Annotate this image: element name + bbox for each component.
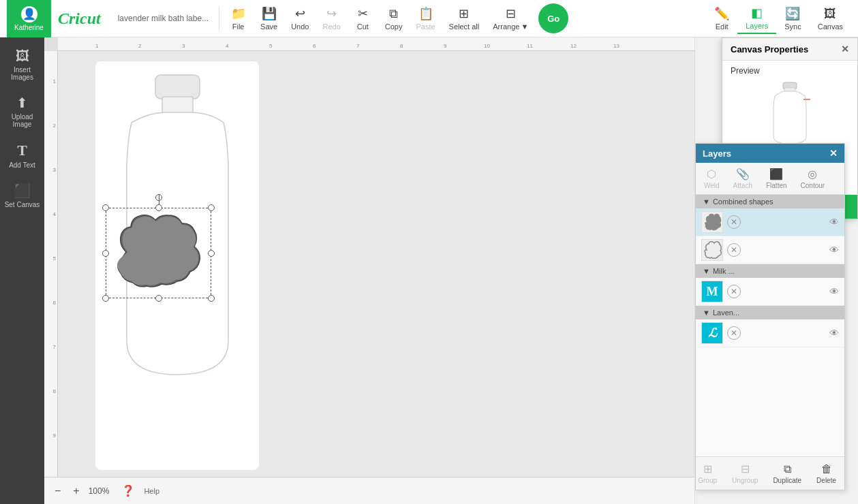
rotation-line xyxy=(159,194,159,204)
handle-br[interactable] xyxy=(208,295,215,302)
layer-item-1[interactable]: ✕ 👁 xyxy=(696,208,844,236)
set-canvas-icon: ⬛ xyxy=(14,183,31,199)
flatten-label: Flatten xyxy=(766,182,787,189)
layer-item-3[interactable]: M ✕ 👁 xyxy=(696,278,844,306)
handle-bm[interactable] xyxy=(155,295,162,302)
attach-button[interactable]: 📎 Attach xyxy=(729,166,756,191)
delete-icon: 🗑 xyxy=(821,463,832,475)
layers-button[interactable]: ◧ Layers xyxy=(737,3,776,34)
combined-shapes-label: Combined shapes xyxy=(713,198,773,206)
layer-item-4[interactable]: ℒ ✕ 👁 xyxy=(696,319,844,347)
laven-group-label: Laven... xyxy=(713,309,739,317)
canvas-properties-close-button[interactable]: ✕ xyxy=(841,44,849,54)
arrange-button[interactable]: ⊟ Arrange ▼ xyxy=(486,3,535,33)
milk-group-label: Milk ... xyxy=(713,267,735,275)
delete-button[interactable]: 🗑 Delete xyxy=(812,462,840,486)
layer-thumb-1 xyxy=(701,211,723,233)
zoom-in-button[interactable]: + xyxy=(70,484,82,499)
help-icon: ❓ xyxy=(121,485,135,497)
combined-shapes-group-header[interactable]: ▼ Combined shapes xyxy=(696,195,844,208)
handle-bl[interactable] xyxy=(102,295,109,302)
ruler-left: 1 2 3 4 5 6 7 8 9 xyxy=(44,51,58,504)
layer-thumb-cloud-outline xyxy=(703,240,722,259)
user-button[interactable]: 👤 Katherine xyxy=(7,0,51,37)
handle-tr[interactable] xyxy=(208,204,215,211)
select-all-button[interactable]: ⊞ Select all xyxy=(442,3,487,33)
zoom-out-button[interactable]: − xyxy=(51,484,64,499)
cut-button[interactable]: ✂ Cut xyxy=(348,3,378,33)
save-button[interactable]: 💾 Save xyxy=(254,3,284,33)
paste-button[interactable]: 📋 Paste xyxy=(409,3,442,33)
group-button[interactable]: ⊞ Group xyxy=(694,461,721,486)
go-button[interactable]: Go xyxy=(538,3,568,33)
canvas-properties-header: Canvas Properties ✕ xyxy=(722,38,857,61)
help-button[interactable]: ❓ xyxy=(118,483,138,499)
ruler-left-mark-5: 5 xyxy=(53,255,56,262)
ruler-left-mark-9: 9 xyxy=(53,432,56,439)
milk-group-arrow-icon: ▼ xyxy=(703,267,710,275)
layers-bottom-actions: ⊞ Group ⊟ Ungroup ⧉ Duplicate 🗑 Delete xyxy=(696,456,844,490)
ruler-left-mark-8: 8 xyxy=(53,388,56,394)
redo-icon: ↪ xyxy=(326,6,337,21)
contour-label: Contour xyxy=(801,182,825,189)
milk-group-header[interactable]: ▼ Milk ... xyxy=(696,264,844,278)
sync-button[interactable]: 🔄 Sync xyxy=(776,3,809,33)
ruler-mark-12: 12 xyxy=(570,43,577,49)
canvas-button[interactable]: 🖼 Canvas xyxy=(810,4,851,33)
canvas-area[interactable]: 1 2 3 4 5 6 7 8 9 10 11 12 13 1 2 3 4 5 … xyxy=(44,37,694,504)
layer-1-eye-button[interactable]: 👁 xyxy=(829,217,839,227)
laven-group-header[interactable]: ▼ Laven... xyxy=(696,306,844,319)
selected-object-container[interactable] xyxy=(106,208,211,298)
layer-m-letter: M xyxy=(707,285,718,299)
contour-button[interactable]: ◎ Contour xyxy=(797,166,829,191)
logo-area: 👤 Katherine xyxy=(7,0,51,37)
sidebar-item-add-text[interactable]: T Add Text xyxy=(0,136,44,174)
layer-4-name-area: ✕ xyxy=(727,326,825,340)
layer-4-eye-button[interactable]: 👁 xyxy=(829,328,839,338)
layers-panel: Layers ✕ ⬡ Weld 📎 Attach ⬛ Flatten ◎ xyxy=(695,143,845,490)
flatten-button[interactable]: ⬛ Flatten xyxy=(762,166,791,191)
project-name[interactable]: lavender milk bath labe... xyxy=(118,14,209,23)
insert-images-icon: 🖼 xyxy=(16,48,29,64)
paste-icon: 📋 xyxy=(418,6,433,21)
ruler-mark-11: 11 xyxy=(527,43,533,49)
sidebar-item-set-canvas[interactable]: ⬛ Set Canvas xyxy=(0,177,44,214)
layer-3-eye-button[interactable]: 👁 xyxy=(829,286,839,297)
redo-button[interactable]: ↪ Redo xyxy=(316,3,347,33)
duplicate-label: Duplicate xyxy=(773,477,801,484)
handle-tl[interactable] xyxy=(102,204,109,211)
zoom-in-icon: + xyxy=(73,485,79,497)
layers-close-button[interactable]: ✕ xyxy=(829,148,838,159)
left-sidebar: 🖼 Insert Images ⬆ Upload Image T Add Tex… xyxy=(0,37,44,504)
handle-tm[interactable] xyxy=(155,204,162,211)
ungroup-button[interactable]: ⊟ Ungroup xyxy=(728,461,762,486)
sidebar-insert-images-label: Insert Images xyxy=(3,66,42,81)
file-button[interactable]: 📁 File xyxy=(223,3,254,33)
handle-ml[interactable] xyxy=(102,250,109,257)
laven-group-arrow-icon: ▼ xyxy=(703,309,710,317)
weld-button[interactable]: ⬡ Weld xyxy=(700,166,724,191)
canvas-icon: 🖼 xyxy=(824,7,836,21)
right-top-icons: ✏️ Edit ◧ Layers 🔄 Sync 🖼 Canvas xyxy=(706,3,851,34)
ruler-left-mark-4: 4 xyxy=(53,211,56,217)
ruler-left-mark-1: 1 xyxy=(53,78,56,84)
layer-3-x-button[interactable]: ✕ xyxy=(727,285,741,298)
duplicate-button[interactable]: ⧉ Duplicate xyxy=(769,462,806,486)
sidebar-item-upload-image[interactable]: ⬆ Upload Image xyxy=(0,89,44,133)
ruler-top: 1 2 3 4 5 6 7 8 9 10 11 12 13 xyxy=(58,37,694,51)
layer-4-x-button[interactable]: ✕ xyxy=(727,326,741,340)
edit-button[interactable]: ✏️ Edit xyxy=(706,3,737,33)
handle-mr[interactable] xyxy=(208,250,215,257)
sidebar-item-insert-images[interactable]: 🖼 Insert Images xyxy=(0,43,44,86)
layer-1-x-button[interactable]: ✕ xyxy=(727,215,741,229)
undo-button[interactable]: ↩ Undo xyxy=(284,3,316,33)
ruler-left-mark-7: 7 xyxy=(53,344,56,350)
edit-icon: ✏️ xyxy=(714,6,729,21)
layer-2-x-button[interactable]: ✕ xyxy=(727,243,741,257)
canvas-surface[interactable] xyxy=(58,51,694,477)
cricut-logo: Cricut xyxy=(58,10,101,28)
copy-button[interactable]: ⧉ Copy xyxy=(378,4,410,33)
layer-2-eye-button[interactable]: 👁 xyxy=(829,245,839,255)
toolbar: 👤 Katherine Cricut lavender milk bath la… xyxy=(0,0,858,37)
layer-item-2[interactable]: ✕ 👁 xyxy=(696,236,844,264)
